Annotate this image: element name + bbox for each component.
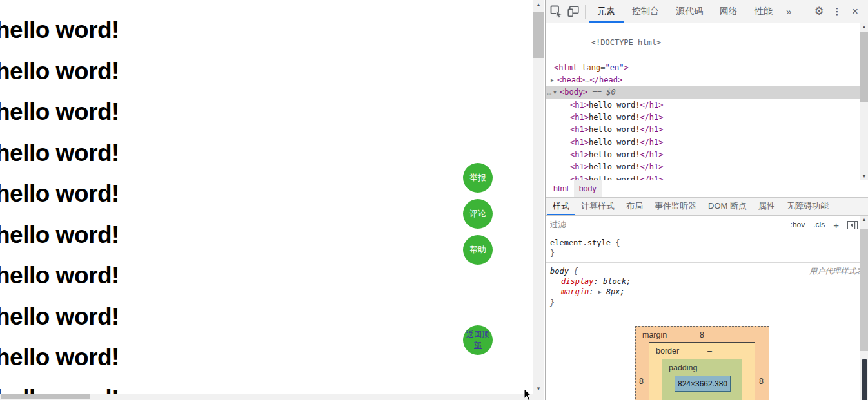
html-close-bracket: > [624,63,628,72]
fab-button[interactable]: 帮助 [463,235,493,265]
collapse-icon[interactable]: ▼ [553,86,560,99]
h1-open-tag: <h1> [570,113,589,122]
rule-close-brace: } [550,249,555,258]
more-actions-icon[interactable]: … [547,86,553,99]
property-value[interactable]: 8px; [606,287,625,296]
new-style-rule-icon[interactable]: + [833,220,839,231]
padding-label: padding [669,363,698,373]
rule-selector[interactable]: body [550,267,569,276]
scroll-up-icon[interactable]: ▲ [860,217,868,222]
dom-row-h1[interactable]: <h1>hello word!</h1> [546,111,868,124]
css-property-display[interactable]: display: block; [550,276,863,287]
h1-close-tag: </h1> [640,138,663,147]
overlay-scrollbar-thumb[interactable] [862,359,867,400]
html-open-tag: <html [554,63,577,72]
styles-pane-tab[interactable]: 属性 [753,198,781,215]
dom-row-head[interactable]: ▶<head>…</head> [546,74,868,86]
dom-tree-scrollbar[interactable]: ▲ ▼ [860,23,868,180]
expand-icon[interactable]: ▶ [598,289,602,295]
page-vertical-scrollbar-thumb[interactable] [533,12,544,58]
box-model-value[interactable]: 8 [759,376,764,386]
html-attr-name: lang [577,63,600,72]
styles-pane-tab[interactable]: DOM 断点 [702,198,753,215]
dom-tree: <!DOCTYPE html> <html lang="en"> ▶<head>… [546,23,868,180]
devtools-tab[interactable]: 性能 [746,0,781,23]
page-horizontal-scrollbar-thumb[interactable] [1,394,90,399]
box-model-margin[interactable]: margin 8 8–– ––8 border – padding – 824×… [635,326,769,400]
more-tabs-icon[interactable]: » [781,6,796,17]
h1-text: hello word! [589,175,640,180]
dom-row-h1[interactable]: <h1>hello word!</h1> [546,149,868,161]
scroll-down-icon[interactable]: ▼ [533,386,544,392]
property-name[interactable]: margin [561,287,589,296]
devtools-tab[interactable]: 源代码 [667,0,711,23]
h1-close-tag: </h1> [640,100,663,110]
h1-close-tag: </h1> [640,125,663,134]
styles-pane-tab[interactable]: 布局 [620,198,649,215]
scroll-up-icon[interactable]: ▲ [860,24,868,29]
styles-pane-tab[interactable]: 事件监听器 [649,198,702,215]
page-vertical-scrollbar[interactable]: ▲ ▼ [533,0,544,400]
dom-row-h1[interactable]: <h1>hello word!</h1> [546,161,868,173]
property-colon: : [589,287,593,296]
dom-row-h1[interactable]: <h1>hello word!</h1> [546,99,868,111]
devtools-tab[interactable]: 元素 [589,0,624,23]
devtools-tabs: 元素控制台源代码网络性能 [589,0,781,23]
h1-open-tag: <h1> [570,175,589,180]
devtools-panel: 元素控制台源代码网络性能 » ⚙ ⋮ × <!DOCTYPE html> <ht… [545,0,868,400]
box-model-padding[interactable]: padding – 824×3662.380 [662,359,742,400]
dom-row-html[interactable]: <html lang="en"> [546,62,868,74]
breadcrumb-item-body[interactable]: body [574,180,602,197]
devtools-toolbar: 元素控制台源代码网络性能 » ⚙ ⋮ × [546,0,868,23]
property-name[interactable]: display [561,277,594,286]
fab-button[interactable]: 评论 [463,199,493,229]
border-top-value[interactable]: – [707,346,712,356]
screen: hello word!hello word!hello word!hello w… [0,0,868,400]
scroll-down-icon[interactable]: ▼ [860,174,868,178]
dom-row-h1[interactable]: <h1>hello word!</h1> [546,137,868,149]
breadcrumb-item-html[interactable]: html [548,180,574,197]
devtools-tab[interactable]: 控制台 [624,0,667,23]
back-to-top-button[interactable]: 返回顶部 [463,325,493,355]
box-model-content[interactable]: 824×3662.380 [675,376,731,392]
margin-top-value[interactable]: 8 [700,330,704,340]
styles-pane-scrollbar-thumb[interactable] [860,229,868,351]
styles-pane-tab[interactable]: 无障碍功能 [781,198,834,215]
css-property-margin[interactable]: margin: ▶ 8px; [550,287,863,298]
settings-gear-icon[interactable]: ⚙ [811,5,827,18]
head-ellipsis[interactable]: … [585,75,589,84]
class-toggle[interactable]: .cls [813,220,825,229]
scroll-up-icon[interactable]: ▲ [533,2,544,8]
content-size-value: 824×3662.380 [678,379,727,389]
breadcrumb: html body [546,180,868,198]
kebab-menu-icon[interactable]: ⋮ [829,6,845,17]
rule-body-user-agent[interactable]: 用户代理样式表body { display: block; margin: ▶ … [546,263,868,312]
fab-button[interactable]: 举报 [463,163,493,193]
device-toolbar-icon[interactable] [565,3,582,20]
dom-row-doctype[interactable]: <!DOCTYPE html> [546,24,868,62]
filter-bar-icons: :hov .cls + [791,220,858,231]
page-horizontal-scrollbar[interactable] [0,394,544,400]
styles-filter-input[interactable] [550,220,679,229]
box-model-value[interactable]: 8 [639,376,644,386]
dom-tree-scrollbar-thumb[interactable] [860,32,868,102]
toggle-sidebar-icon[interactable] [847,221,858,229]
dom-row-body-selected[interactable]: …▼<body> == $0 [546,86,868,99]
padding-top-value[interactable]: – [707,363,712,373]
h1-open-tag: <h1> [570,138,589,147]
box-model-border[interactable]: border – padding – 824×3662.380 [649,342,755,400]
back-to-top-link[interactable]: 返回顶部 [466,329,490,352]
inspect-element-icon[interactable] [548,3,565,20]
styles-pane-tab[interactable]: 计算样式 [575,198,620,215]
pseudo-state-toggle[interactable]: :hov [791,220,805,229]
rule-element-style[interactable]: element.style { } [546,234,868,263]
devtools-tab[interactable]: 网络 [711,0,746,23]
dom-row-h1[interactable]: <h1>hello word!</h1> [546,174,868,180]
property-value[interactable]: block; [603,277,631,286]
styles-pane-tab[interactable]: 样式 [547,198,575,215]
close-devtools-icon[interactable]: × [847,5,863,18]
rule-selector[interactable]: element.style [550,238,611,247]
expand-icon[interactable]: ▶ [551,74,557,86]
dollar-zero-marker: == $0 [587,88,615,97]
dom-row-h1[interactable]: <h1>hello word!</h1> [546,124,868,136]
